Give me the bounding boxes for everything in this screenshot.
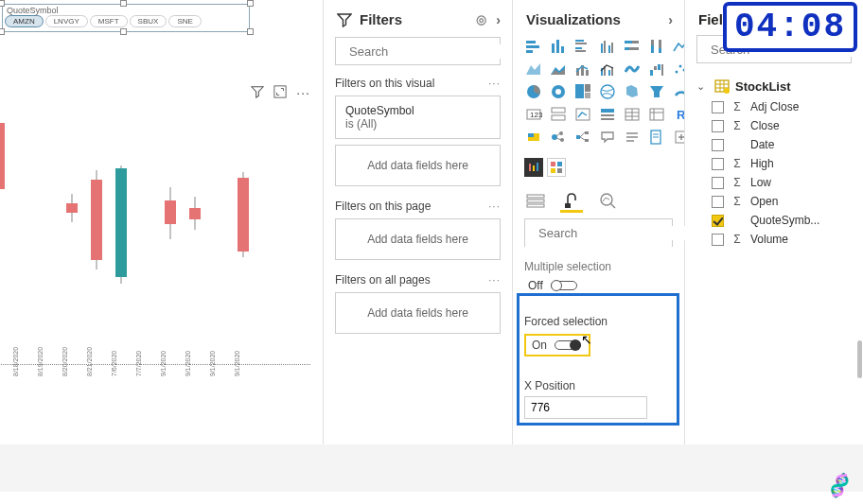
- map-icon[interactable]: [598, 82, 617, 101]
- checkbox[interactable]: [712, 158, 724, 170]
- sigma-icon: Σ: [731, 157, 743, 170]
- pie-chart-icon[interactable]: [524, 82, 543, 101]
- forced-selection-toggle[interactable]: On ↖: [524, 334, 590, 356]
- filter-icon[interactable]: [251, 85, 264, 101]
- format-search-input[interactable]: [538, 226, 697, 240]
- field-item[interactable]: ΣAdj Close: [685, 97, 863, 116]
- donut-chart-icon[interactable]: [549, 82, 568, 101]
- selected-visual[interactable]: QuoteSymbol AMZN LNVGY MSFT SBUX SNE ···: [0, 0, 322, 378]
- collapse-pane-icon[interactable]: ›: [668, 12, 673, 27]
- slicer-chip[interactable]: SNE: [168, 15, 201, 27]
- analytics-tab-icon[interactable]: [596, 190, 619, 213]
- more-icon[interactable]: ···: [296, 85, 310, 101]
- filter-dropzone[interactable]: Add data fields here: [335, 145, 501, 186]
- custom-visual-thumb[interactable]: [524, 158, 543, 177]
- field-item[interactable]: ΣClose: [685, 116, 863, 135]
- report-canvas[interactable]: QuoteSymbol AMZN LNVGY MSFT SBUX SNE ···: [0, 0, 323, 444]
- filters-search-input[interactable]: [349, 44, 508, 59]
- treemap-icon[interactable]: [573, 82, 592, 101]
- decomposition-tree-icon[interactable]: [573, 128, 592, 147]
- slicer-chip[interactable]: SBUX: [130, 15, 167, 27]
- custom-visual-thumb[interactable]: [547, 158, 566, 177]
- funnel-icon[interactable]: [647, 82, 666, 101]
- resize-handle[interactable]: [247, 28, 254, 35]
- table-item[interactable]: ⌄ StockList: [685, 75, 863, 97]
- chevron-down-icon[interactable]: ⌄: [696, 80, 705, 93]
- slicer-chip[interactable]: AMZN: [5, 15, 44, 27]
- checkbox[interactable]: [712, 215, 724, 227]
- table-icon[interactable]: [623, 105, 642, 124]
- sigma-icon: Σ: [731, 233, 743, 246]
- multiple-selection-toggle[interactable]: Off: [528, 279, 673, 292]
- svg-rect-16: [611, 43, 613, 53]
- show-filters-icon[interactable]: ◎: [476, 12, 486, 26]
- field-item[interactable]: QuoteSymb...: [685, 211, 863, 230]
- stacked-column-icon[interactable]: [549, 37, 568, 56]
- qa-visual-icon[interactable]: [598, 128, 617, 147]
- clustered-bar-icon[interactable]: [573, 37, 592, 56]
- checkbox[interactable]: [712, 234, 724, 246]
- field-item[interactable]: ΣLow: [685, 173, 863, 192]
- candlestick-chart[interactable]: [0, 113, 251, 336]
- filters-search[interactable]: [335, 37, 501, 65]
- slicer-icon[interactable]: [598, 105, 617, 124]
- slicer-items[interactable]: AMZN LNVGY MSFT SBUX SNE: [5, 15, 202, 27]
- matrix-icon[interactable]: [647, 105, 666, 124]
- x-position-input[interactable]: [524, 396, 647, 419]
- filter-dropzone[interactable]: Add data fields here: [335, 292, 501, 334]
- visualizations-title: Visualizations: [526, 11, 621, 27]
- filter-card[interactable]: QuoteSymbol is (All): [335, 96, 501, 139]
- stacked-area-icon[interactable]: [549, 60, 568, 78]
- fields-tab-icon[interactable]: [524, 190, 547, 213]
- line-clustered-column-icon[interactable]: [598, 60, 617, 78]
- card-icon[interactable]: 123: [524, 105, 543, 124]
- more-icon[interactable]: ···: [488, 77, 501, 90]
- field-item[interactable]: ΣVolume: [685, 230, 863, 249]
- scrollbar-thumb[interactable]: [857, 340, 862, 378]
- filled-map-icon[interactable]: [623, 82, 642, 101]
- collapse-pane-icon[interactable]: ›: [496, 12, 501, 27]
- hundred-stacked-column-icon[interactable]: [647, 37, 666, 56]
- hundred-stacked-bar-icon[interactable]: [623, 37, 642, 56]
- format-tabs: [513, 182, 684, 213]
- table-icon: [714, 78, 730, 94]
- area-chart-icon[interactable]: [524, 60, 543, 78]
- resize-handle[interactable]: [0, 0, 5, 7]
- key-influencers-icon[interactable]: [549, 128, 568, 147]
- svg-rect-89: [529, 164, 531, 171]
- checkbox[interactable]: [712, 177, 724, 189]
- format-search[interactable]: [524, 218, 673, 247]
- stacked-bar-icon[interactable]: [524, 37, 543, 56]
- format-tab-icon[interactable]: [560, 190, 583, 213]
- field-item[interactable]: ΣHigh: [685, 154, 863, 173]
- table-name: StockList: [735, 79, 791, 94]
- field-item[interactable]: Date: [685, 135, 863, 154]
- resize-handle[interactable]: [120, 0, 127, 7]
- ribbon-chart-icon[interactable]: [623, 60, 642, 78]
- checkbox[interactable]: [712, 101, 724, 113]
- multi-row-card-icon[interactable]: [549, 105, 568, 124]
- more-icon[interactable]: ···: [488, 273, 501, 287]
- kpi-icon[interactable]: [573, 105, 592, 124]
- line-stacked-column-icon[interactable]: [573, 60, 592, 78]
- x-tick: 9/1/2020: [209, 348, 216, 376]
- resize-handle[interactable]: [120, 28, 127, 35]
- clustered-column-icon[interactable]: [598, 37, 617, 56]
- field-item[interactable]: ΣOpen: [685, 192, 863, 211]
- filter-dropzone[interactable]: Add data fields here: [335, 218, 501, 260]
- more-icon[interactable]: ···: [488, 200, 501, 213]
- py-visual-icon[interactable]: [524, 128, 543, 147]
- smart-narrative-icon[interactable]: [623, 128, 642, 147]
- svg-rect-75: [585, 131, 589, 134]
- checkbox[interactable]: [712, 196, 724, 208]
- waterfall-icon[interactable]: [647, 60, 666, 78]
- slicer-chip[interactable]: MSFT: [90, 15, 128, 27]
- checkbox[interactable]: [712, 139, 724, 151]
- paginated-report-icon[interactable]: [647, 128, 666, 147]
- checkbox[interactable]: [712, 120, 724, 132]
- resize-handle[interactable]: [247, 0, 254, 7]
- focus-mode-icon[interactable]: [273, 85, 287, 101]
- svg-rect-8: [561, 46, 564, 53]
- resize-handle[interactable]: [0, 28, 5, 35]
- slicer-chip[interactable]: LNVGY: [45, 15, 88, 27]
